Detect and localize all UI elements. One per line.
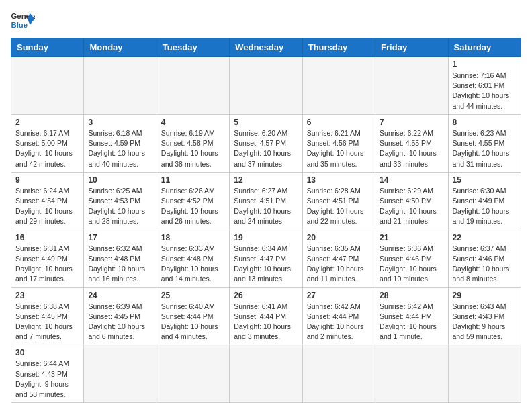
calendar-cell [375,57,448,115]
calendar-cell: 22Sunrise: 6:37 AM Sunset: 4:46 PM Dayli… [448,230,521,287]
day-number: 5 [234,118,298,127]
calendar-cell: 4Sunrise: 6:19 AM Sunset: 4:58 PM Daylig… [157,114,229,172]
day-info: Sunrise: 6:18 AM Sunset: 4:59 PM Dayligh… [88,128,152,169]
day-info: Sunrise: 7:16 AM Sunset: 6:01 PM Dayligh… [453,71,517,111]
calendar-cell: 11Sunrise: 6:26 AM Sunset: 4:52 PM Dayli… [157,172,229,230]
day-number: 2 [15,118,79,127]
calendar-cell: 7Sunrise: 6:22 AM Sunset: 4:55 PM Daylig… [375,114,448,172]
day-info: Sunrise: 6:23 AM Sunset: 4:55 PM Dayligh… [453,128,517,169]
day-info: Sunrise: 6:43 AM Sunset: 4:43 PM Dayligh… [453,302,517,342]
calendar-cell [84,345,157,403]
day-number: 9 [15,175,79,185]
calendar-cell: 12Sunrise: 6:27 AM Sunset: 4:51 PM Dayli… [230,172,302,230]
day-number: 23 [15,291,79,300]
calendar-cell: 10Sunrise: 6:25 AM Sunset: 4:53 PM Dayli… [84,172,157,230]
calendar-table: SundayMondayTuesdayWednesdayThursdayFrid… [11,38,521,403]
calendar-cell: 30Sunrise: 6:44 AM Sunset: 4:43 PM Dayli… [11,345,84,403]
day-info: Sunrise: 6:42 AM Sunset: 4:44 PM Dayligh… [380,302,443,342]
calendar-cell: 15Sunrise: 6:30 AM Sunset: 4:49 PM Dayli… [448,172,521,230]
calendar-cell [157,345,229,403]
day-number: 6 [307,118,371,127]
day-number: 18 [161,233,225,242]
day-number: 3 [88,118,152,127]
calendar-week-2: 2Sunrise: 6:17 AM Sunset: 5:00 PM Daylig… [11,114,521,172]
day-number: 22 [453,233,517,242]
calendar-cell [11,57,84,115]
day-info: Sunrise: 6:31 AM Sunset: 4:49 PM Dayligh… [15,244,79,285]
day-info: Sunrise: 6:25 AM Sunset: 4:53 PM Dayligh… [88,186,152,227]
day-number: 29 [453,291,517,300]
day-number: 11 [161,175,225,185]
day-info: Sunrise: 6:34 AM Sunset: 4:47 PM Dayligh… [234,244,298,285]
day-number: 30 [15,348,79,357]
calendar-cell: 23Sunrise: 6:38 AM Sunset: 4:45 PM Dayli… [11,287,84,345]
calendar-cell [375,345,448,403]
page-header: General Blue [11,11,521,30]
day-info: Sunrise: 6:37 AM Sunset: 4:46 PM Dayligh… [453,244,517,285]
calendar-cell [448,345,521,403]
calendar-cell: 14Sunrise: 6:29 AM Sunset: 4:50 PM Dayli… [375,172,448,230]
day-info: Sunrise: 6:21 AM Sunset: 4:56 PM Dayligh… [307,128,371,169]
calendar-cell: 13Sunrise: 6:28 AM Sunset: 4:51 PM Dayli… [302,172,375,230]
day-info: Sunrise: 6:40 AM Sunset: 4:44 PM Dayligh… [161,302,225,342]
calendar-week-5: 23Sunrise: 6:38 AM Sunset: 4:45 PM Dayli… [11,287,521,345]
day-info: Sunrise: 6:29 AM Sunset: 4:50 PM Dayligh… [380,186,443,227]
calendar-week-4: 16Sunrise: 6:31 AM Sunset: 4:49 PM Dayli… [11,230,521,287]
day-number: 17 [88,233,152,242]
calendar-cell: 8Sunrise: 6:23 AM Sunset: 4:55 PM Daylig… [448,114,521,172]
calendar-cell: 2Sunrise: 6:17 AM Sunset: 5:00 PM Daylig… [11,114,84,172]
calendar-cell: 26Sunrise: 6:41 AM Sunset: 4:44 PM Dayli… [230,287,302,345]
day-number: 12 [234,175,298,185]
logo-icon: General Blue [11,11,35,30]
day-info: Sunrise: 6:19 AM Sunset: 4:58 PM Dayligh… [161,128,225,169]
day-number: 8 [453,118,517,127]
calendar-cell [230,57,302,115]
day-number: 26 [234,291,298,300]
calendar-cell: 9Sunrise: 6:24 AM Sunset: 4:54 PM Daylig… [11,172,84,230]
calendar-cell: 18Sunrise: 6:33 AM Sunset: 4:48 PM Dayli… [157,230,229,287]
calendar-cell: 17Sunrise: 6:32 AM Sunset: 4:48 PM Dayli… [84,230,157,287]
weekday-header-tuesday: Tuesday [157,38,229,57]
calendar-cell: 28Sunrise: 6:42 AM Sunset: 4:44 PM Dayli… [375,287,448,345]
calendar-week-6: 30Sunrise: 6:44 AM Sunset: 4:43 PM Dayli… [11,345,521,403]
svg-text:Blue: Blue [11,21,28,29]
calendar-cell: 25Sunrise: 6:40 AM Sunset: 4:44 PM Dayli… [157,287,229,345]
day-number: 16 [15,233,79,242]
day-info: Sunrise: 6:35 AM Sunset: 4:47 PM Dayligh… [307,244,371,285]
day-info: Sunrise: 6:32 AM Sunset: 4:48 PM Dayligh… [88,244,152,285]
weekday-header-row: SundayMondayTuesdayWednesdayThursdayFrid… [11,38,521,57]
day-number: 1 [453,60,517,69]
calendar-cell: 3Sunrise: 6:18 AM Sunset: 4:59 PM Daylig… [84,114,157,172]
day-number: 7 [380,118,443,127]
day-info: Sunrise: 6:39 AM Sunset: 4:45 PM Dayligh… [88,302,152,342]
calendar-week-3: 9Sunrise: 6:24 AM Sunset: 4:54 PM Daylig… [11,172,521,230]
day-info: Sunrise: 6:24 AM Sunset: 4:54 PM Dayligh… [15,186,79,227]
weekday-header-friday: Friday [375,38,448,57]
calendar-cell: 19Sunrise: 6:34 AM Sunset: 4:47 PM Dayli… [230,230,302,287]
day-info: Sunrise: 6:41 AM Sunset: 4:44 PM Dayligh… [234,302,298,342]
day-number: 13 [307,175,371,185]
calendar-cell: 29Sunrise: 6:43 AM Sunset: 4:43 PM Dayli… [448,287,521,345]
weekday-header-thursday: Thursday [302,38,375,57]
calendar-cell [157,57,229,115]
weekday-header-sunday: Sunday [11,38,84,57]
day-info: Sunrise: 6:22 AM Sunset: 4:55 PM Dayligh… [380,128,443,169]
day-number: 14 [380,175,443,185]
day-number: 20 [307,233,371,242]
day-info: Sunrise: 6:30 AM Sunset: 4:49 PM Dayligh… [453,186,517,227]
day-info: Sunrise: 6:27 AM Sunset: 4:51 PM Dayligh… [234,186,298,227]
calendar-cell [84,57,157,115]
calendar-cell: 24Sunrise: 6:39 AM Sunset: 4:45 PM Dayli… [84,287,157,345]
calendar-cell [302,345,375,403]
calendar-cell [230,345,302,403]
calendar-cell: 20Sunrise: 6:35 AM Sunset: 4:47 PM Dayli… [302,230,375,287]
logo: General Blue [11,11,35,30]
calendar-cell: 1Sunrise: 7:16 AM Sunset: 6:01 PM Daylig… [448,57,521,115]
weekday-header-saturday: Saturday [448,38,521,57]
day-number: 24 [88,291,152,300]
day-info: Sunrise: 6:20 AM Sunset: 4:57 PM Dayligh… [234,128,298,169]
day-number: 25 [161,291,225,300]
day-info: Sunrise: 6:36 AM Sunset: 4:46 PM Dayligh… [380,244,443,285]
day-number: 10 [88,175,152,185]
calendar-cell: 16Sunrise: 6:31 AM Sunset: 4:49 PM Dayli… [11,230,84,287]
